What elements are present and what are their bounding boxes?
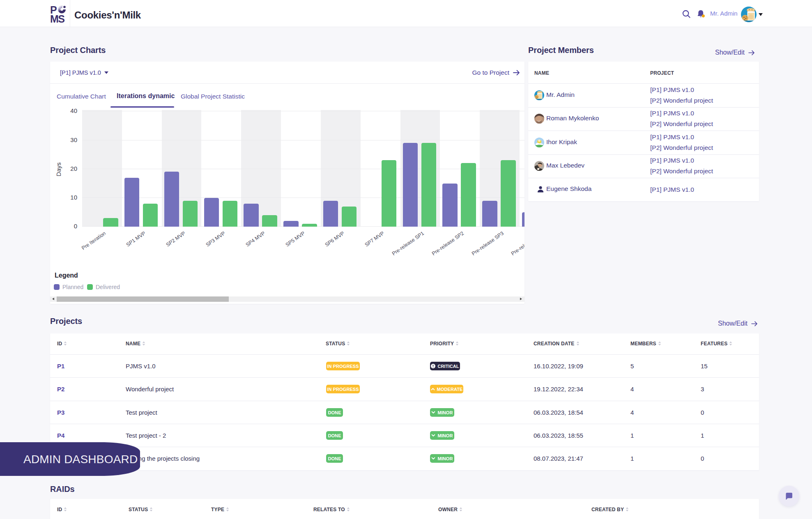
svg-text:MS: MS xyxy=(51,13,64,24)
